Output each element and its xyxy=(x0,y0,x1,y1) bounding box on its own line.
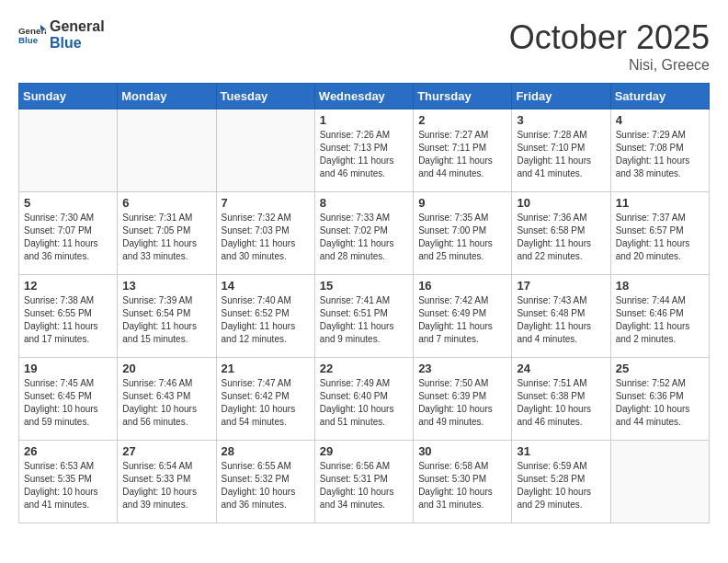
day-info: Sunrise: 7:27 AM Sunset: 7:11 PM Dayligh… xyxy=(418,129,506,180)
day-number: 23 xyxy=(418,362,506,375)
calendar-cell: 18Sunrise: 7:44 AM Sunset: 6:46 PM Dayli… xyxy=(610,275,709,358)
day-number: 24 xyxy=(517,362,605,375)
calendar-cell: 30Sunrise: 6:58 AM Sunset: 5:30 PM Dayli… xyxy=(414,441,512,523)
location-label: Nisi, Greece xyxy=(509,57,710,74)
day-info: Sunrise: 6:56 AM Sunset: 5:31 PM Dayligh… xyxy=(320,460,408,511)
day-number: 25 xyxy=(616,362,704,375)
day-number: 22 xyxy=(320,362,408,375)
day-number: 27 xyxy=(122,444,210,458)
calendar-cell xyxy=(216,109,314,192)
day-info: Sunrise: 7:50 AM Sunset: 6:39 PM Dayligh… xyxy=(418,377,506,429)
day-number: 4 xyxy=(616,113,704,127)
day-info: Sunrise: 7:41 AM Sunset: 6:51 PM Dayligh… xyxy=(320,294,408,346)
calendar-cell xyxy=(19,109,118,192)
day-number: 13 xyxy=(122,279,210,293)
calendar-cell: 31Sunrise: 6:59 AM Sunset: 5:28 PM Dayli… xyxy=(512,441,610,523)
calendar-cell: 13Sunrise: 7:39 AM Sunset: 6:54 PM Dayli… xyxy=(118,275,216,358)
calendar-cell: 29Sunrise: 6:56 AM Sunset: 5:31 PM Dayli… xyxy=(314,441,413,523)
day-info: Sunrise: 7:33 AM Sunset: 7:02 PM Dayligh… xyxy=(320,212,408,263)
calendar-cell: 23Sunrise: 7:50 AM Sunset: 6:39 PM Dayli… xyxy=(414,358,512,441)
logo: General Blue General Blue xyxy=(18,18,105,52)
day-number: 9 xyxy=(418,196,506,210)
calendar-cell: 11Sunrise: 7:37 AM Sunset: 6:57 PM Dayli… xyxy=(610,192,709,275)
calendar-cell: 3Sunrise: 7:28 AM Sunset: 7:10 PM Daylig… xyxy=(512,109,610,192)
calendar-cell: 8Sunrise: 7:33 AM Sunset: 7:02 PM Daylig… xyxy=(314,192,413,275)
day-info: Sunrise: 7:38 AM Sunset: 6:55 PM Dayligh… xyxy=(24,294,112,346)
calendar-cell: 24Sunrise: 7:51 AM Sunset: 6:38 PM Dayli… xyxy=(512,358,610,441)
day-info: Sunrise: 7:44 AM Sunset: 6:46 PM Dayligh… xyxy=(616,294,704,346)
weekday-header-friday: Friday xyxy=(512,84,610,109)
day-number: 7 xyxy=(222,196,310,210)
day-info: Sunrise: 6:59 AM Sunset: 5:28 PM Dayligh… xyxy=(517,460,605,511)
day-number: 8 xyxy=(320,196,408,210)
calendar-cell: 14Sunrise: 7:40 AM Sunset: 6:52 PM Dayli… xyxy=(216,275,314,358)
title-block: October 2025 Nisi, Greece xyxy=(509,18,710,74)
day-number: 31 xyxy=(517,444,605,458)
day-info: Sunrise: 7:49 AM Sunset: 6:40 PM Dayligh… xyxy=(320,377,408,429)
day-info: Sunrise: 7:30 AM Sunset: 7:07 PM Dayligh… xyxy=(24,212,112,263)
day-number: 20 xyxy=(122,362,210,375)
calendar-cell: 6Sunrise: 7:31 AM Sunset: 7:05 PM Daylig… xyxy=(118,192,216,275)
weekday-header-thursday: Thursday xyxy=(414,84,512,109)
day-info: Sunrise: 7:28 AM Sunset: 7:10 PM Dayligh… xyxy=(517,129,605,180)
calendar-cell: 22Sunrise: 7:49 AM Sunset: 6:40 PM Dayli… xyxy=(314,358,413,441)
day-number: 6 xyxy=(122,196,210,210)
calendar-cell: 25Sunrise: 7:52 AM Sunset: 6:36 PM Dayli… xyxy=(610,358,709,441)
svg-text:Blue: Blue xyxy=(18,35,39,45)
day-number: 2 xyxy=(418,113,506,127)
logo-icon: General Blue xyxy=(18,21,46,49)
day-info: Sunrise: 7:31 AM Sunset: 7:05 PM Dayligh… xyxy=(122,212,210,263)
calendar-cell: 27Sunrise: 6:54 AM Sunset: 5:33 PM Dayli… xyxy=(118,441,216,523)
weekday-header-saturday: Saturday xyxy=(610,84,709,109)
day-info: Sunrise: 7:46 AM Sunset: 6:43 PM Dayligh… xyxy=(122,377,210,429)
day-number: 1 xyxy=(320,113,408,127)
calendar-cell: 15Sunrise: 7:41 AM Sunset: 6:51 PM Dayli… xyxy=(314,275,413,358)
calendar-cell xyxy=(610,441,709,523)
day-info: Sunrise: 7:36 AM Sunset: 6:58 PM Dayligh… xyxy=(517,212,605,263)
day-info: Sunrise: 6:53 AM Sunset: 5:35 PM Dayligh… xyxy=(24,460,112,511)
day-number: 26 xyxy=(24,444,112,458)
month-year-title: October 2025 xyxy=(509,18,710,57)
day-info: Sunrise: 7:45 AM Sunset: 6:45 PM Dayligh… xyxy=(24,377,112,429)
calendar-cell: 20Sunrise: 7:46 AM Sunset: 6:43 PM Dayli… xyxy=(118,358,216,441)
calendar-cell xyxy=(118,109,216,192)
day-number: 18 xyxy=(616,279,704,293)
day-number: 17 xyxy=(517,279,605,293)
day-info: Sunrise: 7:52 AM Sunset: 6:36 PM Dayligh… xyxy=(616,377,704,429)
day-number: 11 xyxy=(616,196,704,210)
day-info: Sunrise: 7:51 AM Sunset: 6:38 PM Dayligh… xyxy=(517,377,605,429)
day-info: Sunrise: 7:37 AM Sunset: 6:57 PM Dayligh… xyxy=(616,212,704,263)
day-number: 16 xyxy=(418,279,506,293)
day-number: 5 xyxy=(24,196,112,210)
day-info: Sunrise: 7:26 AM Sunset: 7:13 PM Dayligh… xyxy=(320,129,408,180)
logo-general: General xyxy=(50,18,105,35)
calendar-cell: 7Sunrise: 7:32 AM Sunset: 7:03 PM Daylig… xyxy=(216,192,314,275)
calendar-cell: 1Sunrise: 7:26 AM Sunset: 7:13 PM Daylig… xyxy=(314,109,413,192)
calendar-cell: 2Sunrise: 7:27 AM Sunset: 7:11 PM Daylig… xyxy=(414,109,512,192)
calendar-cell: 5Sunrise: 7:30 AM Sunset: 7:07 PM Daylig… xyxy=(19,192,118,275)
day-info: Sunrise: 7:39 AM Sunset: 6:54 PM Dayligh… xyxy=(122,294,210,346)
weekday-header-tuesday: Tuesday xyxy=(216,84,314,109)
day-number: 14 xyxy=(222,279,310,293)
day-number: 19 xyxy=(24,362,112,375)
calendar-cell: 28Sunrise: 6:55 AM Sunset: 5:32 PM Dayli… xyxy=(216,441,314,523)
calendar-cell: 17Sunrise: 7:43 AM Sunset: 6:48 PM Dayli… xyxy=(512,275,610,358)
calendar-cell: 4Sunrise: 7:29 AM Sunset: 7:08 PM Daylig… xyxy=(610,109,709,192)
day-number: 3 xyxy=(517,113,605,127)
weekday-header-sunday: Sunday xyxy=(19,84,118,109)
logo-blue: Blue xyxy=(50,35,105,52)
calendar-table: SundayMondayTuesdayWednesdayThursdayFrid… xyxy=(18,83,710,523)
day-number: 21 xyxy=(222,362,310,375)
day-info: Sunrise: 7:47 AM Sunset: 6:42 PM Dayligh… xyxy=(222,377,310,429)
calendar-cell: 10Sunrise: 7:36 AM Sunset: 6:58 PM Dayli… xyxy=(512,192,610,275)
day-number: 10 xyxy=(517,196,605,210)
day-info: Sunrise: 6:58 AM Sunset: 5:30 PM Dayligh… xyxy=(418,460,506,511)
day-info: Sunrise: 7:42 AM Sunset: 6:49 PM Dayligh… xyxy=(418,294,506,346)
calendar-cell: 12Sunrise: 7:38 AM Sunset: 6:55 PM Dayli… xyxy=(19,275,118,358)
day-number: 30 xyxy=(418,444,506,458)
weekday-header-wednesday: Wednesday xyxy=(314,84,413,109)
calendar-cell: 16Sunrise: 7:42 AM Sunset: 6:49 PM Dayli… xyxy=(414,275,512,358)
day-info: Sunrise: 7:35 AM Sunset: 7:00 PM Dayligh… xyxy=(418,212,506,263)
day-info: Sunrise: 7:29 AM Sunset: 7:08 PM Dayligh… xyxy=(616,129,704,180)
day-number: 28 xyxy=(222,444,310,458)
